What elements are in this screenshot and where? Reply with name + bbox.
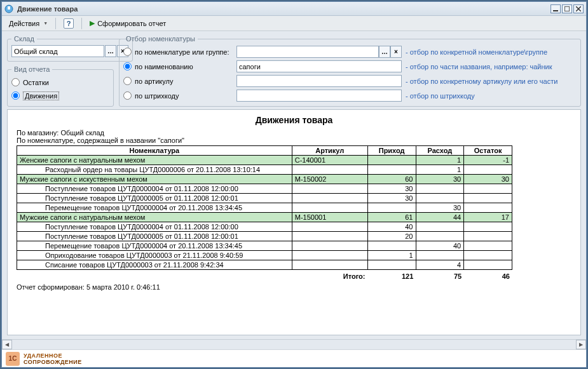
run-report-button[interactable]: ▶ Сформировать отчет <box>85 17 170 30</box>
actions-label: Действия <box>9 20 39 27</box>
separator <box>81 18 82 29</box>
report-area: Движения товара По магазину: Общий склад… <box>7 109 581 335</box>
radio-by-barcode[interactable] <box>123 91 132 100</box>
nomk-clear-button[interactable]: × <box>390 46 402 58</box>
toolbar: Действия ▼ ? ▶ Сформировать отчет <box>2 16 586 31</box>
report-line-filter: По номенклатуре, содержащей в названии "… <box>17 137 571 144</box>
sklad-input[interactable] <box>11 45 104 57</box>
close-button[interactable] <box>573 4 584 13</box>
title-bar: Движение товара <box>2 2 586 16</box>
otbor-legend: Отбор номенклатуры <box>123 35 198 43</box>
table-row[interactable]: Перемещение товаров ЦУТД0000004 от 20.11… <box>17 241 512 251</box>
total-row: Итого: 121 75 46 <box>17 271 512 281</box>
radio-dvizh-label[interactable]: Движения <box>23 91 59 100</box>
otbor-group: Отбор номенклатуры по номенклатуре или г… <box>119 35 581 107</box>
vendor-icon: 1C <box>6 352 20 366</box>
vid-legend: Вид отчета <box>11 65 52 73</box>
footer-badge[interactable]: 1C УДАЛЕННОЕ СОПРОВОЖДЕНИЕ <box>2 349 586 367</box>
app-icon <box>4 4 13 13</box>
dropdown-icon: ▼ <box>43 21 48 25</box>
scroll-right-icon[interactable]: ▶ <box>576 340 586 349</box>
table-row[interactable]: Перемещение товаров ЦУТД0000004 от 20.11… <box>17 203 512 213</box>
radio-by-nomk-label[interactable]: по номенклатуре или группе: <box>135 48 229 56</box>
col-header-in: Приход <box>367 146 416 156</box>
footer-line2: СОПРОВОЖДЕНИЕ <box>24 359 82 365</box>
hint-nomk: - отбор по конкретной номенклатуре\групп… <box>406 48 577 56</box>
group-row[interactable]: Мужские сапоги с натуральным мехомМ-1500… <box>17 213 512 222</box>
separator <box>55 18 56 29</box>
maximize-button[interactable] <box>562 4 572 13</box>
table-row[interactable]: Поступление товаров ЦУТД0000005 от 01.11… <box>17 232 512 241</box>
play-icon: ▶ <box>90 19 95 27</box>
nomk-input[interactable] <box>236 46 379 58</box>
table-row[interactable]: Списание товаров ЦУТД0000003 от 21.11.20… <box>17 260 512 270</box>
radio-by-art[interactable] <box>123 77 132 85</box>
window-title: Движение товара <box>17 5 78 13</box>
run-label: Сформировать отчет <box>97 20 166 27</box>
report-title: Движения товара <box>17 115 571 125</box>
art-input[interactable] <box>236 75 402 87</box>
vid-group: Вид отчета Остатки Движения <box>7 65 114 107</box>
col-header-rest: Остаток <box>464 146 512 156</box>
radio-ostatki[interactable] <box>11 78 20 86</box>
hint-barcode: - отбор по штрихкоду <box>406 92 577 100</box>
table-row[interactable]: Расходный ордер на товары ЦУТД0000006 от… <box>17 165 512 175</box>
footer-line1: УДАЛЕННОЕ <box>24 352 82 359</box>
report-timestamp: Отчет сформирован: 5 марта 2010 г. 0:46:… <box>17 283 571 291</box>
nomk-select-button[interactable]: … <box>379 46 390 58</box>
svg-rect-1 <box>8 6 10 10</box>
hint-art: - отбор по конкретному артикулу или его … <box>406 77 577 85</box>
table-row[interactable]: Поступление товаров ЦУТД0000005 от 01.11… <box>17 194 512 203</box>
radio-by-nomk[interactable] <box>123 48 132 56</box>
report-line-store: По магазину: Общий склад <box>17 129 571 137</box>
radio-dvizh[interactable] <box>11 91 20 100</box>
svg-rect-2 <box>553 10 558 11</box>
table-row[interactable]: Поступление товаров ЦУТД0000004 от 01.11… <box>17 222 512 232</box>
col-header-nom: Номенклатура <box>17 146 292 156</box>
name-input[interactable] <box>236 60 402 72</box>
barcode-input[interactable] <box>236 90 402 102</box>
radio-ostatki-label[interactable]: Остатки <box>23 79 49 86</box>
radio-by-name[interactable] <box>123 62 132 70</box>
filter-panel: Склад … × Вид отчета Остатки Д <box>2 31 586 109</box>
app-window: Движение товара Действия ▼ ? ▶ Сформиров… <box>1 1 587 368</box>
group-row[interactable]: Женские сапоги с натуральным мехомС-1400… <box>17 156 512 165</box>
radio-by-name-label[interactable]: по наименованию <box>135 63 193 70</box>
help-icon: ? <box>64 18 74 29</box>
report-table: Номенклатура Артикул Приход Расход Остат… <box>17 145 512 270</box>
horizontal-scrollbar[interactable]: ◀ ▶ <box>2 339 586 349</box>
group-row[interactable]: Мужские сапоги с искуственным мехомМ-150… <box>17 175 512 184</box>
sklad-legend: Склад <box>11 35 37 43</box>
total-label: Итого: <box>17 271 368 281</box>
total-in: 121 <box>368 271 416 281</box>
table-row[interactable]: Поступление товаров ЦУТД0000004 от 01.11… <box>17 184 512 194</box>
scroll-left-icon[interactable]: ◀ <box>2 340 12 349</box>
minimize-button[interactable] <box>550 4 561 13</box>
radio-by-art-label[interactable]: по артикулу <box>135 77 173 85</box>
help-button[interactable]: ? <box>59 17 78 30</box>
sklad-select-button[interactable]: … <box>105 45 116 57</box>
svg-rect-3 <box>564 6 570 11</box>
actions-menu[interactable]: Действия ▼ <box>4 17 52 30</box>
sklad-group: Склад … × <box>7 35 133 62</box>
radio-by-barcode-label[interactable]: по штрихкоду <box>135 92 179 100</box>
total-out: 75 <box>416 271 464 281</box>
table-row[interactable]: Оприходование товаров ЦУТД0000003 от 21.… <box>17 251 512 260</box>
col-header-art: Артикул <box>292 146 367 156</box>
col-header-out: Расход <box>416 146 464 156</box>
total-rest: 46 <box>464 271 512 281</box>
hint-name: - отбор по части названия, например: чай… <box>406 63 577 70</box>
